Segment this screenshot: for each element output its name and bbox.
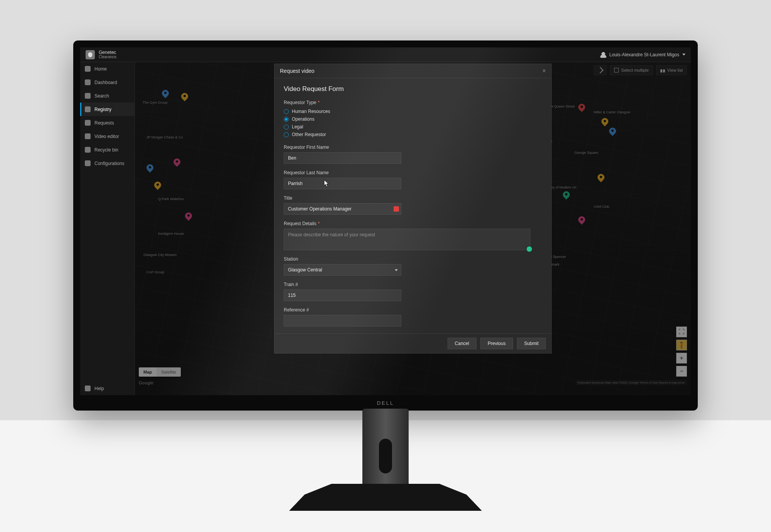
- train-input[interactable]: [284, 290, 401, 301]
- flag-badge-icon: [394, 206, 399, 212]
- modal-heading: Video Request Form: [284, 85, 542, 93]
- radio-icon: [284, 132, 289, 137]
- trash-icon: [85, 147, 91, 153]
- chevron-down-icon: [395, 269, 398, 271]
- cancel-button[interactable]: Cancel: [448, 338, 476, 349]
- sidebar-item-label: Recycle bin: [94, 147, 118, 153]
- home-icon: [85, 66, 91, 72]
- request-video-modal: Request video × Video Request Form Reque…: [274, 64, 552, 354]
- sidebar-item-video-editor[interactable]: Video editor: [80, 130, 135, 143]
- radio-legal[interactable]: Legal: [284, 123, 542, 131]
- requestor-type-label: Requestor Type*: [284, 100, 542, 105]
- registry-icon: [85, 106, 91, 112]
- app-topbar: Genetec Clearance. Louis-Alexandre St-La…: [80, 47, 691, 62]
- sidebar-item-recycle-bin[interactable]: Recycle bin: [80, 143, 135, 157]
- modal-overlay: Request video × Video Request Form Reque…: [135, 62, 691, 395]
- monitor-bezel: Genetec Clearance. Louis-Alexandre St-La…: [73, 40, 698, 411]
- brand-name: Genetec Clearance.: [99, 50, 117, 59]
- sidebar-item-search[interactable]: Search: [80, 89, 135, 103]
- required-star-icon: *: [318, 100, 320, 105]
- title-label: Title: [284, 195, 542, 201]
- modal-titlebar: Request video ×: [274, 64, 551, 78]
- chevron-down-icon: [682, 54, 685, 56]
- radio-label: Human Resources: [292, 109, 330, 114]
- help-icon: [85, 386, 91, 391]
- submit-button[interactable]: Submit: [517, 338, 546, 349]
- radio-label: Legal: [292, 124, 303, 130]
- radio-label: Operations: [292, 116, 315, 122]
- gear-icon: [85, 160, 91, 166]
- brand-line2: Clearance.: [99, 55, 117, 59]
- sidebar: Home Dashboard Search Registry: [80, 62, 135, 395]
- main-map-area: Glasgow Queen Street George Square Galle…: [135, 62, 691, 395]
- reference-label: Reference #: [284, 307, 542, 313]
- modal-title-text: Request video: [280, 68, 315, 74]
- details-label: Request Details*: [284, 221, 542, 226]
- first-name-label: Requestor First Name: [284, 145, 542, 150]
- user-menu[interactable]: Louis-Alexandre St-Laurent Migos: [600, 52, 685, 58]
- sidebar-item-label: Video editor: [94, 134, 119, 139]
- sidebar-item-home[interactable]: Home: [80, 62, 135, 76]
- radio-label: Other Requestor: [292, 132, 326, 137]
- grammarly-icon[interactable]: [526, 246, 533, 253]
- user-name: Louis-Alexandre St-Laurent Migos: [609, 52, 679, 57]
- required-star-icon: *: [318, 221, 320, 226]
- reference-input[interactable]: [284, 315, 401, 327]
- sidebar-item-label: Configurations: [94, 161, 124, 166]
- close-icon[interactable]: ×: [542, 68, 546, 74]
- previous-button[interactable]: Previous: [480, 338, 513, 349]
- train-label: Train #: [284, 282, 542, 287]
- brand-logo-icon: [86, 50, 95, 59]
- last-name-label: Requestor Last Name: [284, 170, 542, 175]
- station-label: Station: [284, 256, 542, 262]
- inbox-icon: [85, 120, 91, 126]
- search-icon: [85, 93, 91, 99]
- modal-footer: Cancel Previous Submit: [274, 333, 551, 353]
- radio-other-requestor[interactable]: Other Requestor: [284, 131, 542, 138]
- radio-icon: [284, 109, 289, 114]
- gauge-icon: [85, 79, 91, 85]
- sidebar-item-requests[interactable]: Requests: [80, 116, 135, 130]
- radio-human-resources[interactable]: Human Resources: [284, 108, 542, 115]
- details-placeholder: Please describe the nature of your reque…: [288, 232, 375, 237]
- sidebar-item-label: Registry: [94, 107, 111, 112]
- title-input[interactable]: [284, 203, 401, 215]
- sidebar-item-label: Help: [94, 386, 104, 391]
- sidebar-item-configurations[interactable]: Configurations: [80, 157, 135, 170]
- sidebar-item-label: Requests: [94, 120, 114, 126]
- sidebar-item-help[interactable]: Help: [80, 382, 135, 395]
- monitor-brand-label: DELL: [377, 400, 394, 406]
- radio-operations[interactable]: Operations: [284, 115, 542, 123]
- sidebar-item-label: Dashboard: [94, 80, 117, 85]
- monitor-neck: [362, 409, 409, 493]
- station-value: Glasgow Central: [288, 267, 322, 273]
- last-name-input[interactable]: [284, 178, 401, 189]
- sidebar-item-label: Search: [94, 93, 109, 99]
- sidebar-item-label: Home: [94, 66, 107, 72]
- sidebar-item-dashboard[interactable]: Dashboard: [80, 76, 135, 89]
- station-select[interactable]: Glasgow Central: [284, 264, 401, 276]
- radio-icon: [284, 117, 289, 122]
- first-name-input[interactable]: [284, 152, 401, 164]
- details-textarea[interactable]: Please describe the nature of your reque…: [284, 229, 530, 250]
- radio-icon: [284, 125, 289, 130]
- sidebar-item-registry[interactable]: Registry: [80, 103, 135, 116]
- brand-line1: Genetec: [99, 50, 116, 55]
- user-icon: [600, 52, 606, 58]
- video-icon: [85, 133, 91, 139]
